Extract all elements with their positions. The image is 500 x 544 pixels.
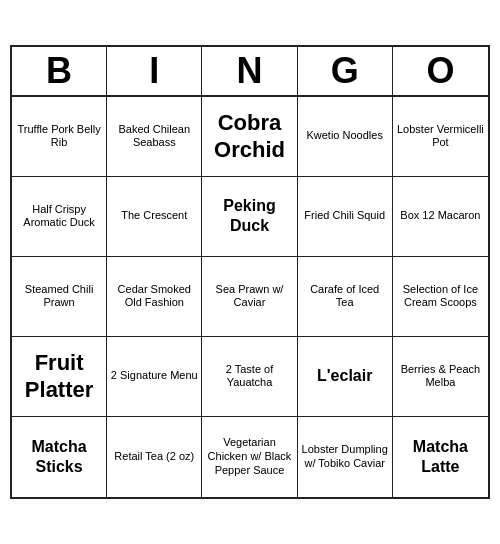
bingo-cell-0: Truffle Pork Belly Rib: [12, 97, 107, 177]
cell-text-18: L'eclair: [317, 366, 372, 386]
bingo-cell-14: Selection of Ice Cream Scoops: [393, 257, 488, 337]
bingo-cell-18: L'eclair: [298, 337, 393, 417]
cell-text-10: Steamed Chili Prawn: [15, 283, 103, 311]
bingo-cell-6: The Crescent: [107, 177, 202, 257]
header-letter-o: O: [393, 47, 488, 95]
bingo-cell-15: Fruit Platter: [12, 337, 107, 417]
cell-text-5: Half Crispy Aromatic Duck: [15, 203, 103, 231]
cell-text-16: 2 Signature Menu: [111, 369, 198, 383]
bingo-cell-20: Matcha Sticks: [12, 417, 107, 497]
bingo-cell-1: Baked Chilean Seabass: [107, 97, 202, 177]
cell-text-20: Matcha Sticks: [15, 437, 103, 477]
bingo-cell-21: Retail Tea (2 oz): [107, 417, 202, 497]
bingo-grid: Truffle Pork Belly RibBaked Chilean Seab…: [12, 97, 488, 497]
cell-text-3: Kwetio Noodles: [306, 129, 382, 143]
bingo-cell-2: Cobra Orchid: [202, 97, 297, 177]
cell-text-15: Fruit Platter: [15, 349, 103, 404]
bingo-cell-5: Half Crispy Aromatic Duck: [12, 177, 107, 257]
bingo-cell-19: Berries & Peach Melba: [393, 337, 488, 417]
cell-text-22: Vegetarian Chicken w/ Black Pepper Sauce: [205, 436, 293, 477]
cell-text-14: Selection of Ice Cream Scoops: [396, 283, 485, 311]
bingo-cell-10: Steamed Chili Prawn: [12, 257, 107, 337]
cell-text-21: Retail Tea (2 oz): [114, 450, 194, 464]
cell-text-1: Baked Chilean Seabass: [110, 123, 198, 151]
bingo-cell-22: Vegetarian Chicken w/ Black Pepper Sauce: [202, 417, 297, 497]
cell-text-24: Matcha Latte: [396, 437, 485, 477]
bingo-cell-13: Carafe of Iced Tea: [298, 257, 393, 337]
cell-text-7: Peking Duck: [205, 196, 293, 236]
bingo-cell-3: Kwetio Noodles: [298, 97, 393, 177]
cell-text-17: 2 Taste of Yauatcha: [205, 363, 293, 391]
bingo-header: BINGO: [12, 47, 488, 97]
cell-text-19: Berries & Peach Melba: [396, 363, 485, 391]
bingo-cell-24: Matcha Latte: [393, 417, 488, 497]
cell-text-8: Fried Chili Squid: [304, 209, 385, 223]
bingo-cell-11: Cedar Smoked Old Fashion: [107, 257, 202, 337]
bingo-cell-16: 2 Signature Menu: [107, 337, 202, 417]
bingo-card: BINGO Truffle Pork Belly RibBaked Chilea…: [10, 45, 490, 499]
bingo-cell-17: 2 Taste of Yauatcha: [202, 337, 297, 417]
bingo-cell-8: Fried Chili Squid: [298, 177, 393, 257]
cell-text-0: Truffle Pork Belly Rib: [15, 123, 103, 151]
cell-text-13: Carafe of Iced Tea: [301, 283, 389, 311]
cell-text-12: Sea Prawn w/ Caviar: [205, 283, 293, 311]
header-letter-b: B: [12, 47, 107, 95]
header-letter-g: G: [298, 47, 393, 95]
cell-text-4: Lobster Vermicelli Pot: [396, 123, 485, 151]
bingo-cell-23: Lobster Dumpling w/ Tobiko Caviar: [298, 417, 393, 497]
header-letter-n: N: [202, 47, 297, 95]
cell-text-23: Lobster Dumpling w/ Tobiko Caviar: [301, 443, 389, 471]
bingo-cell-9: Box 12 Macaron: [393, 177, 488, 257]
cell-text-11: Cedar Smoked Old Fashion: [110, 283, 198, 311]
cell-text-6: The Crescent: [121, 209, 187, 223]
bingo-cell-7: Peking Duck: [202, 177, 297, 257]
bingo-cell-12: Sea Prawn w/ Caviar: [202, 257, 297, 337]
bingo-cell-4: Lobster Vermicelli Pot: [393, 97, 488, 177]
header-letter-i: I: [107, 47, 202, 95]
cell-text-2: Cobra Orchid: [205, 109, 293, 164]
cell-text-9: Box 12 Macaron: [400, 209, 480, 223]
